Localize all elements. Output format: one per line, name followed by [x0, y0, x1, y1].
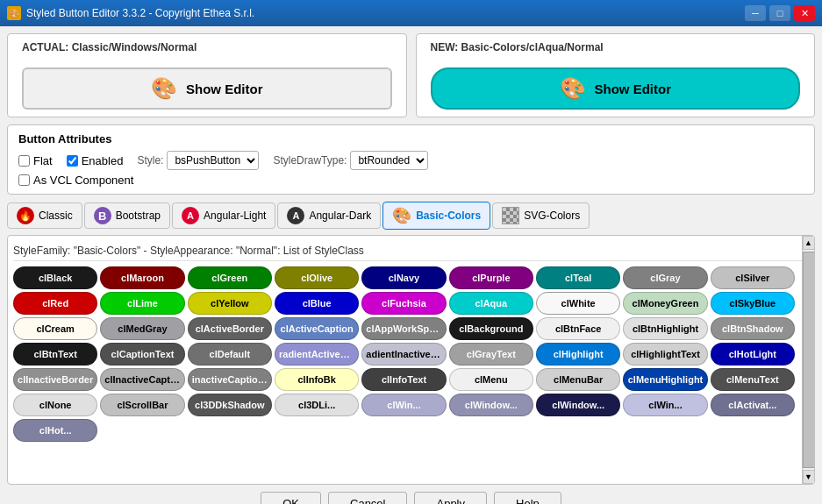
color-btn[interactable]: clScrollBar [100, 394, 184, 416]
as-vcl-checkbox-label[interactable]: As VCL Component [18, 174, 133, 187]
color-btn[interactable]: adientInactiveCap [361, 343, 446, 366]
color-btn[interactable]: clWindow... [449, 394, 533, 416]
flat-checkbox[interactable] [18, 155, 30, 167]
color-btn[interactable]: clMenuHighlight [623, 368, 707, 391]
tab-basic-colors-label: Basic-Colors [416, 209, 481, 222]
color-btn[interactable]: clYellow [188, 292, 272, 315]
color-btn[interactable]: clMenu [449, 368, 533, 391]
window-title: Styled Button Editor 3.3.2 - Copyright E… [26, 7, 254, 19]
color-btn[interactable]: cl3DDkShadow [188, 394, 272, 416]
color-btn[interactable]: clFuchsia [361, 292, 446, 315]
color-btn[interactable]: cl3DLi... [275, 394, 359, 416]
color-btn[interactable]: clHotLight [711, 343, 795, 366]
tab-angular-light[interactable]: A Angular-Light [172, 202, 275, 229]
cancel-button[interactable]: Cancel [328, 492, 407, 504]
color-btn[interactable]: clWin... [361, 394, 446, 416]
color-btn[interactable]: clBlue [275, 292, 359, 315]
attributes-title: Button Attributes [18, 132, 804, 146]
color-btn[interactable]: clMaroon [100, 266, 184, 289]
color-btn[interactable]: clBlack [13, 266, 97, 289]
color-btn[interactable]: clLime [100, 292, 184, 315]
tab-bootstrap-label: Bootstrap [116, 209, 161, 222]
bootstrap-icon: B [94, 207, 111, 224]
help-button[interactable]: Help [494, 492, 561, 504]
color-btn[interactable]: clHighlightText [623, 343, 707, 366]
color-btn[interactable]: clMedGray [100, 317, 184, 340]
color-btn[interactable]: clActiveBorder [188, 317, 272, 340]
maximize-button[interactable]: □ [769, 5, 790, 21]
color-btn[interactable]: clBackground [449, 317, 533, 340]
color-btn[interactable]: clInfoBk [275, 368, 359, 391]
as-vcl-checkbox[interactable] [18, 174, 30, 186]
color-btn[interactable]: clCaptionText [100, 343, 184, 366]
tab-angular-dark[interactable]: A Angular-Dark [277, 202, 381, 229]
color-btn[interactable]: clMenuText [711, 368, 795, 391]
color-btn[interactable]: clWindow... [536, 394, 620, 416]
tab-svg-colors[interactable]: SVG-Colors [492, 202, 590, 229]
color-btn[interactable]: clBtnFace [536, 317, 620, 340]
color-btn[interactable]: clBtnText [13, 343, 97, 366]
ok-button[interactable]: OK [261, 492, 321, 504]
title-bar: 🎨 Styled Button Editor 3.3.2 - Copyright… [0, 0, 822, 26]
color-btn[interactable]: clWhite [536, 292, 620, 315]
show-editor-actual-button[interactable]: 🎨 Show Editor [22, 67, 392, 110]
color-btn[interactable]: clHighlight [536, 343, 620, 366]
style-draw-type-select[interactable]: btRoundedbtSquarebtCircle [350, 151, 428, 170]
color-btn[interactable]: clSkyBlue [711, 292, 795, 315]
color-btn[interactable]: clActiveCaption [275, 317, 359, 340]
scroll-up-arrow[interactable]: ▲ [803, 236, 815, 250]
tab-bootstrap[interactable]: B Bootstrap [84, 202, 170, 229]
tab-basic-colors[interactable]: 🎨 Basic-Colors [382, 202, 490, 230]
tabs-section: 🔥 Classic B Bootstrap A Angular-Light A … [7, 202, 815, 230]
color-btn[interactable]: clAppWorkSpace [361, 317, 446, 340]
color-btn[interactable]: clGrayText [449, 343, 533, 366]
tab-svg-colors-label: SVG-Colors [524, 209, 580, 222]
color-btn[interactable]: clDefault [188, 343, 272, 366]
scroll-thumb[interactable] [803, 252, 815, 468]
color-btn[interactable]: clWin... [623, 394, 707, 416]
color-btn[interactable]: inactiveCaptionTe [188, 368, 272, 391]
color-btn[interactable]: clActivat... [711, 394, 795, 416]
scroll-down-arrow[interactable]: ▼ [803, 470, 815, 484]
color-btn[interactable]: radientActiveCap [275, 343, 359, 366]
new-panel-label: NEW: Basic-Colors/clAqua/Normal [431, 41, 604, 53]
close-button[interactable]: ✕ [794, 5, 815, 21]
show-editor-new-button[interactable]: 🎨 Show Editor [431, 67, 801, 110]
enabled-checkbox[interactable] [67, 155, 78, 167]
color-btn[interactable]: clTeal [536, 266, 620, 289]
color-btn[interactable]: clInfoText [361, 368, 446, 391]
enabled-label: Enabled [82, 154, 124, 167]
apply-button[interactable]: Apply [414, 492, 487, 504]
color-btn[interactable]: clOlive [275, 266, 359, 289]
color-btn[interactable]: clAqua [449, 292, 533, 315]
color-btn[interactable]: clMenuBar [536, 368, 620, 391]
color-btn[interactable]: clNone [13, 394, 97, 416]
color-btn[interactable]: clInactiveCaption [100, 368, 184, 391]
color-btn[interactable]: clSilver [711, 266, 795, 289]
footer-buttons: OK Cancel Apply Help [7, 485, 815, 504]
minimize-button[interactable]: ─ [745, 5, 766, 21]
scrollbar[interactable]: ▲ ▼ [802, 236, 814, 484]
tab-classic[interactable]: 🔥 Classic [7, 202, 82, 229]
basic-colors-icon: 🎨 [392, 206, 411, 225]
color-btn[interactable]: clGray [623, 266, 707, 289]
color-grid-container: StyleFamily: "Basic-Colors" - StyleAppea… [7, 235, 815, 485]
color-btn[interactable]: clGreen [188, 266, 272, 289]
color-btn[interactable]: clMoneyGreen [623, 292, 707, 315]
color-btn[interactable]: clHot... [13, 419, 97, 442]
flat-checkbox-label[interactable]: Flat [18, 154, 53, 167]
new-panel: NEW: Basic-Colors/clAqua/Normal 🎨 Show E… [416, 33, 816, 117]
color-btn[interactable]: clRed [13, 292, 97, 315]
color-btn[interactable]: clBtnShadow [711, 317, 795, 340]
palette-icon-actual: 🎨 [151, 76, 177, 101]
palette-icon-new: 🎨 [560, 76, 586, 101]
color-btn[interactable]: clInactiveBorder [13, 368, 97, 391]
color-btn[interactable]: clCream [13, 317, 97, 340]
color-btn[interactable]: clBtnHighlight [623, 317, 707, 340]
style-select[interactable]: bsPushButtonbsFlatbsRaised [167, 151, 259, 170]
color-btn[interactable]: clNavy [361, 266, 446, 289]
tab-classic-label: Classic [39, 209, 73, 222]
color-btn[interactable]: clPurple [449, 266, 533, 289]
enabled-checkbox-label[interactable]: Enabled [67, 154, 124, 167]
classic-icon: 🔥 [17, 207, 34, 224]
